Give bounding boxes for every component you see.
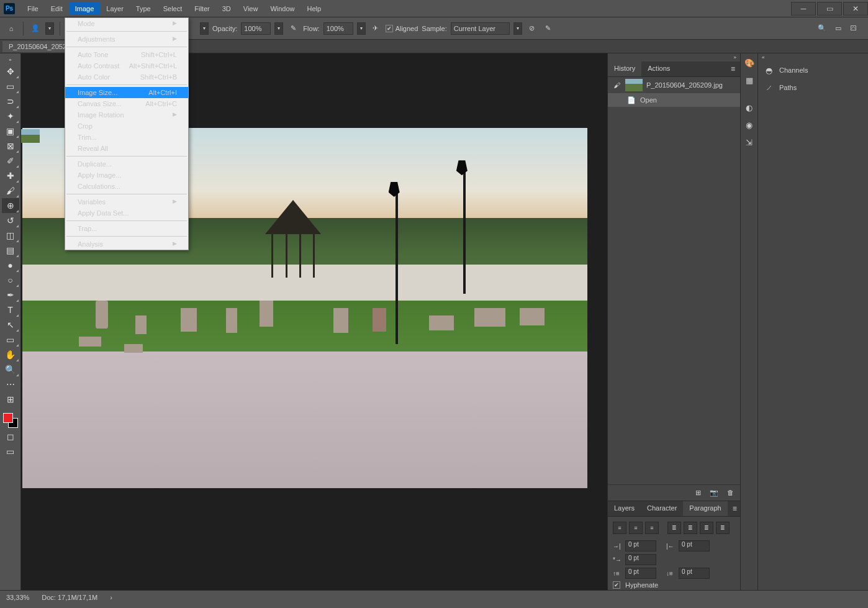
share-icon[interactable]: ⮹ [850, 24, 857, 32]
justify-center-button[interactable]: ≣ [684, 522, 697, 534]
chevron-down-icon[interactable]: ▾ [357, 22, 366, 35]
menu-file[interactable]: File [21, 2, 45, 15]
tool-zoom[interactable]: 🔍 [2, 362, 19, 377]
collapse-panel-icon[interactable]: » [608, 53, 740, 61]
tool-hand[interactable]: ✋ [2, 347, 19, 362]
menu-filter[interactable]: Filter [188, 2, 215, 15]
history-entry[interactable]: 📄 Open [608, 93, 740, 107]
menu-item-image-size-[interactable]: Image Size...Alt+Ctrl+I [65, 87, 188, 98]
tab-history[interactable]: History [608, 61, 641, 76]
menu-select[interactable]: Select [157, 2, 189, 15]
justify-right-button[interactable]: ≣ [700, 522, 713, 534]
new-snapshot-icon[interactable]: ⊞ [695, 489, 701, 497]
workspace-icon[interactable]: ▭ [835, 24, 841, 32]
tool-more[interactable]: ⋯ [2, 377, 19, 392]
maximize-button[interactable]: ▭ [817, 2, 842, 16]
styles-panel-icon[interactable]: ◉ [743, 118, 756, 132]
airbrush-icon[interactable]: ✈ [369, 22, 382, 35]
sample-dropdown[interactable]: Current Layer [451, 22, 510, 35]
tool-wand[interactable]: ✦ [2, 109, 19, 124]
flow-input[interactable]: 100% [323, 22, 353, 35]
aligned-checkbox[interactable]: ✔Aligned [386, 25, 418, 32]
tool-brush[interactable]: 🖌 [2, 183, 19, 198]
justify-left-button[interactable]: ≣ [667, 522, 681, 534]
indent-right-input[interactable]: 0 pt [679, 540, 710, 551]
tool-gradient[interactable]: ▤ [2, 243, 19, 258]
menu-help[interactable]: Help [301, 2, 328, 15]
tool-dodge[interactable]: ○ [2, 273, 19, 288]
menu-item-adjustments[interactable]: Adjustments▶ [65, 34, 188, 45]
align-left-button[interactable]: ≡ [613, 522, 626, 534]
align-right-button[interactable]: ≡ [645, 522, 659, 534]
tool-move[interactable]: ✥ [2, 64, 19, 79]
menu-item-auto-tone[interactable]: Auto ToneShift+Ctrl+L [65, 49, 188, 60]
history-document-row[interactable]: 🖌 P_20150604_205209.jpg [608, 77, 740, 93]
menu-edit[interactable]: Edit [45, 2, 69, 15]
menu-item-apply-image-[interactable]: Apply Image... [65, 170, 188, 181]
tool-history-brush[interactable]: ↺ [2, 213, 19, 228]
minimize-button[interactable]: ─ [791, 2, 816, 16]
menu-window[interactable]: Window [264, 2, 301, 15]
tool-path-sel[interactable]: ↖ [2, 317, 19, 332]
menu-item-auto-contrast[interactable]: Auto ContrastAlt+Shift+Ctrl+L [65, 60, 188, 71]
justify-all-button[interactable]: ≣ [716, 522, 730, 534]
adjustments-panel-icon[interactable]: ◐ [743, 101, 756, 114]
tool-stamp[interactable]: ⊕ [2, 198, 19, 213]
menu-layer[interactable]: Layer [100, 2, 130, 15]
paths-panel-row[interactable]: ⟋ Paths [758, 79, 868, 96]
screenmode-icon[interactable]: ▭ [2, 444, 19, 459]
tool-lasso[interactable]: ⊃ [2, 94, 19, 109]
channels-panel-row[interactable]: ◓ Channels [758, 61, 868, 79]
tab-character[interactable]: Character [641, 501, 683, 516]
home-icon[interactable]: ⌂ [5, 22, 17, 35]
tool-crop[interactable]: ▣ [2, 124, 19, 138]
collapse-panel-icon[interactable]: « [758, 53, 868, 61]
panel-menu-icon[interactable]: ≡ [726, 61, 740, 76]
menu-item-auto-color[interactable]: Auto ColorShift+Ctrl+B [65, 71, 188, 83]
tool-blur[interactable]: ● [2, 258, 19, 273]
chevron-down-icon[interactable]: ▾ [513, 22, 522, 35]
ignore-adjust-icon[interactable]: ⊘ [526, 22, 538, 35]
close-button[interactable]: ✕ [843, 2, 868, 16]
first-line-input[interactable]: 0 pt [625, 554, 656, 565]
opacity-input[interactable]: 100% [241, 22, 271, 35]
hyphenate-checkbox[interactable]: ✔Hyphenate [608, 580, 740, 590]
tool-eraser[interactable]: ◫ [2, 228, 19, 243]
menu-item-mode[interactable]: Mode▶ [65, 18, 188, 29]
tool-rect[interactable]: ▭ [2, 332, 19, 347]
tab-paragraph[interactable]: Paragraph [683, 501, 727, 516]
tool-frame[interactable]: ⊠ [2, 138, 19, 153]
menu-type[interactable]: Type [130, 2, 157, 15]
tab-actions[interactable]: Actions [641, 61, 676, 76]
chevron-down-icon[interactable]: ▾ [274, 22, 283, 35]
menu-item-analysis[interactable]: Analysis▶ [65, 238, 188, 250]
menu-view[interactable]: View [237, 2, 264, 15]
chevron-down-icon[interactable]: ▾ [45, 22, 54, 35]
zoom-level[interactable]: 33,33% [6, 594, 29, 601]
space-after-input[interactable]: 0 pt [679, 568, 710, 579]
quickmask-icon[interactable]: ◻ [2, 429, 19, 444]
indent-left-input[interactable]: 0 pt [625, 540, 656, 551]
learn-panel-icon[interactable]: ⇲ [743, 135, 756, 149]
tool-heal[interactable]: ✚ [2, 168, 19, 183]
align-center-button[interactable]: ≡ [629, 522, 643, 534]
menu-item-image-rotation[interactable]: Image Rotation▶ [65, 109, 188, 120]
tool-type[interactable]: T [2, 302, 19, 317]
foreground-swatch[interactable] [3, 413, 13, 423]
status-chevron-icon[interactable]: › [110, 594, 112, 601]
search-icon[interactable]: 🔍 [818, 24, 826, 32]
menu-item-trim-[interactable]: Trim... [65, 132, 188, 143]
pressure-size-icon[interactable]: ✎ [542, 22, 554, 35]
color-panel-icon[interactable]: 🎨 [743, 56, 756, 70]
menu-item-canvas-size-[interactable]: Canvas Size...Alt+Ctrl+C [65, 98, 188, 109]
tool-eyedrop[interactable]: ✐ [2, 153, 19, 168]
tool-pen[interactable]: ✒ [2, 288, 19, 302]
pressure-opacity-icon[interactable]: ✎ [287, 22, 299, 35]
menu-image[interactable]: Image [69, 2, 101, 15]
expand-toolbox-icon[interactable]: » [7, 56, 12, 64]
camera-icon[interactable]: 📷 [710, 489, 718, 497]
brush-state-icon[interactable]: 🖌 [612, 80, 622, 90]
menu-item-duplicate-[interactable]: Duplicate... [65, 158, 188, 170]
tool-marquee[interactable]: ▭ [2, 79, 19, 94]
tool-edit-tb[interactable]: ⊞ [2, 392, 19, 407]
